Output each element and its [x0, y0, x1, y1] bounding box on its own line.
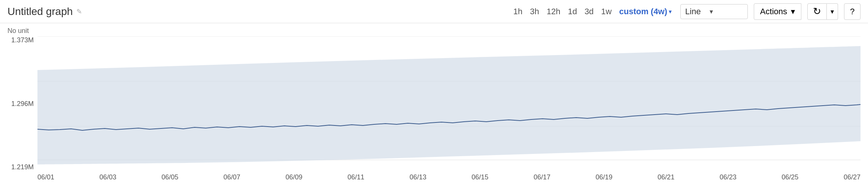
- edit-icon[interactable]: ✎: [76, 7, 82, 16]
- x-label-0623: 06/23: [720, 173, 737, 181]
- chart-type-caret-icon: ▾: [710, 7, 713, 16]
- header: Untitled graph ✎ 1h 3h 12h 1d 3d 1w cust…: [0, 0, 868, 23]
- refresh-button-group: ↻ ▾: [807, 3, 838, 20]
- x-axis: 06/01 06/03 06/05 06/07 06/09 06/11 06/1…: [37, 171, 861, 181]
- x-label-0619: 06/19: [595, 173, 612, 181]
- time-btn-custom[interactable]: custom (4w) ▾: [616, 5, 674, 18]
- x-label-0627: 06/27: [844, 173, 861, 181]
- x-label-0607: 06/07: [224, 173, 240, 181]
- time-btn-3d[interactable]: 3d: [582, 5, 597, 18]
- x-label-0617: 06/17: [534, 173, 550, 181]
- y-axis-label: No unit: [7, 27, 861, 35]
- help-button[interactable]: ?: [844, 3, 861, 20]
- refresh-icon: ↻: [813, 6, 821, 17]
- confidence-band: [37, 46, 861, 164]
- actions-button-group: Actions ▾: [754, 3, 801, 20]
- x-label-0625: 06/25: [781, 173, 798, 181]
- x-label-0615: 06/15: [471, 173, 488, 181]
- time-btn-1h[interactable]: 1h: [510, 5, 525, 18]
- x-label-0613: 06/13: [410, 173, 427, 181]
- chart-area: 1.373M 1.296M 1.219M 06/01 06/03: [7, 36, 861, 182]
- refresh-caret-button[interactable]: ▾: [827, 3, 838, 20]
- time-btn-1d[interactable]: 1d: [565, 5, 580, 18]
- actions-label: Actions: [760, 7, 787, 16]
- chart-graph: 06/01 06/03 06/05 06/07 06/09 06/11 06/1…: [37, 36, 861, 182]
- chart-container: No unit 1.373M 1.296M 1.219M 06/01: [0, 23, 868, 194]
- x-label-0611: 06/11: [347, 173, 364, 181]
- graph-title: Untitled graph: [7, 6, 73, 18]
- time-btn-12h[interactable]: 12h: [544, 5, 564, 18]
- x-label-0609: 06/09: [285, 173, 302, 181]
- custom-label: custom (4w): [619, 7, 667, 16]
- y-value-mid: 1.296M: [11, 100, 34, 108]
- y-axis: 1.373M 1.296M 1.219M: [7, 36, 37, 182]
- graph-title-area: Untitled graph ✎: [7, 6, 82, 18]
- time-btn-3h[interactable]: 3h: [527, 5, 542, 18]
- time-btn-1w[interactable]: 1w: [598, 5, 614, 18]
- x-label-0601: 06/01: [37, 173, 54, 181]
- time-buttons: 1h 3h 12h 1d 3d 1w custom (4w) ▾: [510, 5, 674, 18]
- chart-svg: [37, 36, 861, 171]
- refresh-caret-icon: ▾: [831, 7, 834, 16]
- actions-caret-icon: ▾: [791, 7, 795, 16]
- y-value-top: 1.373M: [11, 36, 34, 44]
- y-value-bot: 1.219M: [11, 163, 34, 171]
- help-icon: ?: [850, 7, 855, 16]
- x-label-0603: 06/03: [100, 173, 116, 181]
- actions-button[interactable]: Actions ▾: [754, 3, 801, 20]
- custom-caret-icon: ▾: [669, 9, 671, 15]
- chart-type-label: Line: [685, 7, 701, 16]
- chart-type-dropdown[interactable]: Line ▾: [680, 4, 748, 19]
- x-label-0605: 06/05: [161, 173, 178, 181]
- refresh-button[interactable]: ↻: [807, 3, 827, 20]
- x-label-0621: 06/21: [658, 173, 674, 181]
